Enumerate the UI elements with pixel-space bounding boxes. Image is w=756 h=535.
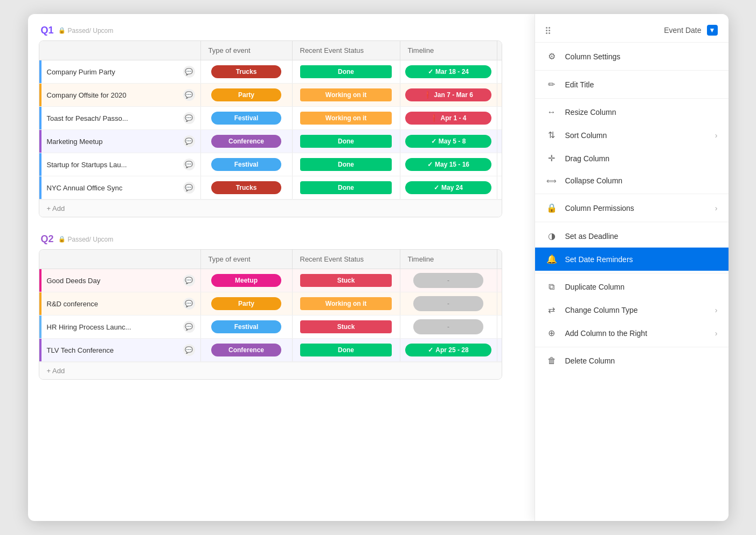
add-column-icon: ⊕ xyxy=(546,328,558,338)
column-arrow[interactable]: ▼ xyxy=(707,25,718,36)
table-row: Company Purim Party 💬 Trucks Done ✓ Mar … xyxy=(39,60,502,84)
cell-tags xyxy=(497,269,502,292)
cell-timeline: - xyxy=(400,269,497,292)
cell-status: Done xyxy=(293,60,400,83)
row-name-cell: R&D conference 💬 xyxy=(39,292,201,315)
status-badge: Working on it xyxy=(300,112,392,125)
timeline-badge: ✓ May 5 - 8 xyxy=(405,135,491,148)
section-header-q1: Q1 🔒 Passed/ Upcom xyxy=(39,25,535,36)
cell-tags xyxy=(497,339,502,361)
cell-status: Done xyxy=(293,153,400,176)
menu-item-collapse-column[interactable]: ⟺ Collapse Column xyxy=(535,170,729,191)
comment-bubble[interactable]: 💬 xyxy=(183,66,195,78)
menu-header: Event Date ▼ xyxy=(535,18,729,40)
menu-divider xyxy=(535,194,729,194)
table-q2: Type of event Recent Event Status Timeli… xyxy=(39,249,502,380)
change-type-icon: ⇄ xyxy=(546,305,558,315)
comment-bubble[interactable]: 💬 xyxy=(183,135,195,147)
menu-item-label: Add Column to the Right xyxy=(565,329,648,338)
comment-bubble[interactable]: 💬 xyxy=(183,159,195,170)
menu-item-delete-column[interactable]: 🗑 Delete Column xyxy=(535,349,729,372)
menu-item-label: Duplicate Column xyxy=(565,283,625,291)
cell-type: Party xyxy=(201,292,293,315)
cell-status: Working on it xyxy=(293,292,400,315)
menu-item-label: Collapse Column xyxy=(565,176,623,185)
add-row-q2-button[interactable]: + Add xyxy=(39,362,502,379)
duplicate-icon: ⧉ xyxy=(546,282,558,292)
menu-item-set-reminders[interactable]: 🔔 Set Date Reminders xyxy=(535,248,729,271)
comment-bubble[interactable]: 💬 xyxy=(183,298,195,310)
cell-type: Festival xyxy=(201,153,293,176)
cell-type: Festival xyxy=(201,107,293,129)
cell-status: Done xyxy=(293,130,400,153)
table-row: Marketing Meetup 💬 Conference Done ✓ May… xyxy=(39,130,502,153)
type-badge: Party xyxy=(211,297,281,310)
type-badge: Meetup xyxy=(211,274,281,287)
cell-status: Stuck xyxy=(293,315,400,338)
cell-type: Trucks xyxy=(201,60,293,83)
comment-bubble[interactable]: 💬 xyxy=(183,275,195,286)
cell-timeline: ✓ Apr 25 - 28 xyxy=(400,339,497,361)
collapse-icon: ⟺ xyxy=(546,177,558,185)
cell-tags xyxy=(497,292,502,315)
cell-tags xyxy=(497,60,502,83)
menu-item-label: Resize Column xyxy=(565,108,616,116)
menu-item-duplicate-column[interactable]: ⧉ Duplicate Column xyxy=(535,276,729,298)
bell-icon: 🔔 xyxy=(546,254,558,264)
menu-item-edit-title[interactable]: ✏ Edit Title xyxy=(535,73,729,96)
chevron-right-icon: › xyxy=(715,306,718,314)
menu-item-label: Column Permissions xyxy=(565,204,634,212)
type-badge: Festival xyxy=(211,112,281,125)
comment-bubble[interactable]: 💬 xyxy=(183,182,195,194)
row-name-cell: Marketing Meetup 💬 xyxy=(39,130,201,153)
timeline-badge: ✓ May 24 xyxy=(405,181,491,194)
status-badge: Working on it xyxy=(300,297,392,310)
add-row-button[interactable]: + Add xyxy=(39,200,502,217)
cell-type: Conference xyxy=(201,130,293,153)
menu-divider xyxy=(535,347,729,347)
menu-item-column-settings[interactable]: ⚙ Column Settings xyxy=(535,45,729,68)
chevron-right-icon: › xyxy=(715,329,718,338)
type-badge: Festival xyxy=(211,320,281,333)
table-head-q1: Type of event Recent Event Status Timeli… xyxy=(39,41,502,60)
menu-item-resize-column[interactable]: ↔ Resize Column xyxy=(535,101,729,124)
cell-status: Working on it xyxy=(293,84,400,106)
menu-divider xyxy=(535,70,729,71)
cell-type: Party xyxy=(201,84,293,106)
menu-item-change-column-type[interactable]: ⇄ Change Column Type › xyxy=(535,298,729,321)
th-type: Type of event xyxy=(201,41,293,60)
comment-bubble[interactable]: 💬 xyxy=(183,89,195,101)
comment-bubble[interactable]: 💬 xyxy=(183,321,195,333)
type-badge: Conference xyxy=(211,344,281,356)
th-status-q2: Recent Event Status xyxy=(293,250,400,269)
menu-item-label: Delete Column xyxy=(565,356,615,365)
cell-tags xyxy=(497,153,502,176)
menu-divider xyxy=(535,98,729,99)
status-badge: Done xyxy=(300,135,392,148)
type-badge: Conference xyxy=(211,135,281,148)
type-badge: Trucks xyxy=(211,181,281,194)
menu-item-drag-column[interactable]: ✛ Drag Column xyxy=(535,147,729,170)
menu-item-add-column-right[interactable]: ⊕ Add Column to the Right › xyxy=(535,321,729,345)
status-badge: Working on it xyxy=(300,88,392,101)
comment-bubble[interactable]: 💬 xyxy=(183,344,195,356)
type-badge: Party xyxy=(211,88,281,101)
menu-item-column-permissions[interactable]: 🔒 Column Permissions › xyxy=(535,196,729,220)
status-badge: Done xyxy=(300,181,392,194)
menu-item-set-deadline[interactable]: ◑ Set as Deadline xyxy=(535,224,729,248)
cell-tags xyxy=(497,315,502,338)
comment-bubble[interactable]: 💬 xyxy=(183,112,195,124)
row-name-cell: Company Offsite for 2020 💬 xyxy=(39,84,201,106)
drag-dots-icon[interactable] xyxy=(546,27,550,34)
section-q1: Q1 🔒 Passed/ Upcom Type of event Recent … xyxy=(39,25,535,217)
menu-divider xyxy=(535,273,729,273)
cell-timeline: ✓ May 15 - 16 xyxy=(400,153,497,176)
status-badge: Done xyxy=(300,344,392,356)
th-tags-q2: Tags xyxy=(497,250,502,269)
timeline-empty: - xyxy=(413,319,483,334)
th-status: Recent Event Status xyxy=(293,41,400,60)
menu-item-sort-column[interactable]: ⇅ Sort Column › xyxy=(535,124,729,147)
cell-timeline: ✓ May 24 xyxy=(400,176,497,199)
timeline-badge: ❗ Jan 7 - Mar 6 xyxy=(405,88,491,101)
timeline-badge: ✓ Apr 25 - 28 xyxy=(405,344,491,356)
